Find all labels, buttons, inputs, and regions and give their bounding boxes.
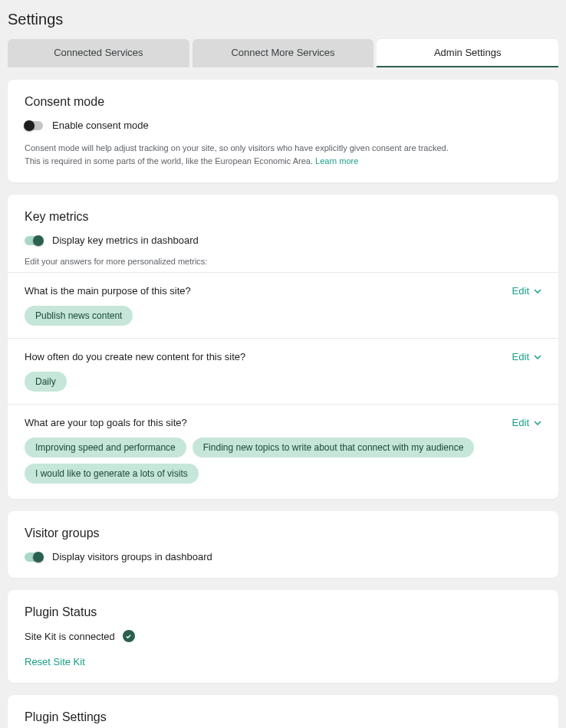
plugin-status-card: Plugin Status Site Kit is connected Rese… bbox=[8, 590, 558, 683]
chevron-down-icon bbox=[534, 287, 541, 295]
consent-toggle-label: Enable consent mode bbox=[52, 120, 149, 131]
chevron-down-icon bbox=[534, 419, 541, 427]
chip: Daily bbox=[25, 372, 67, 392]
reset-site-kit-link[interactable]: Reset Site Kit bbox=[25, 656, 541, 667]
question-purpose: What is the main purpose of this site? E… bbox=[25, 273, 541, 338]
key-metrics-title: Key metrics bbox=[25, 210, 541, 224]
tab-connect-more-services[interactable]: Connect More Services bbox=[193, 39, 374, 67]
plugin-status-text: Site Kit is connected bbox=[25, 631, 115, 642]
question-label: What are your top goals for this site? bbox=[25, 417, 187, 428]
plugin-settings-card: Plugin Settings Display relevant page st… bbox=[8, 695, 558, 728]
question-label: How often do you create new content for … bbox=[25, 351, 245, 362]
visitor-groups-card: Visitor groups Display visitors groups i… bbox=[8, 511, 558, 578]
consent-toggle[interactable] bbox=[25, 121, 43, 130]
tab-connected-services[interactable]: Connected Services bbox=[8, 39, 189, 67]
edit-button[interactable]: Edit bbox=[512, 417, 541, 428]
edit-button[interactable]: Edit bbox=[512, 351, 541, 362]
chip: Publish news content bbox=[25, 306, 133, 326]
chip: Improving speed and performance bbox=[25, 438, 186, 457]
key-metrics-subhelp: Edit your answers for more personalized … bbox=[25, 257, 541, 266]
key-metrics-toggle[interactable] bbox=[25, 236, 43, 245]
settings-tabs: Connected Services Connect More Services… bbox=[8, 39, 558, 67]
chevron-down-icon bbox=[534, 353, 541, 361]
consent-help: Consent mode will help adjust tracking o… bbox=[25, 142, 541, 167]
question-label: What is the main purpose of this site? bbox=[25, 285, 191, 297]
edit-button[interactable]: Edit bbox=[512, 285, 541, 297]
question-frequency: How often do you create new content for … bbox=[25, 339, 541, 404]
visitor-groups-title: Visitor groups bbox=[25, 526, 541, 540]
key-metrics-toggle-label: Display key metrics in dashboard bbox=[52, 234, 199, 246]
visitor-groups-toggle[interactable] bbox=[25, 553, 43, 562]
chip: Finding new topics to write about that c… bbox=[193, 438, 475, 457]
check-icon bbox=[123, 630, 135, 642]
key-metrics-card: Key metrics Display key metrics in dashb… bbox=[8, 195, 558, 499]
visitor-groups-toggle-label: Display visitors groups in dashboard bbox=[52, 551, 212, 562]
plugin-status-title: Plugin Status bbox=[25, 605, 541, 619]
consent-card: Consent mode Enable consent mode Consent… bbox=[8, 80, 558, 182]
plugin-settings-title: Plugin Settings bbox=[25, 710, 541, 724]
consent-learn-more-link[interactable]: Learn more bbox=[315, 156, 358, 166]
chip: I would like to generate a lots of visit… bbox=[25, 464, 199, 484]
tab-admin-settings[interactable]: Admin Settings bbox=[377, 39, 558, 67]
question-goals: What are your top goals for this site? E… bbox=[25, 405, 541, 484]
consent-title: Consent mode bbox=[25, 95, 541, 109]
page-title: Settings bbox=[8, 11, 558, 28]
